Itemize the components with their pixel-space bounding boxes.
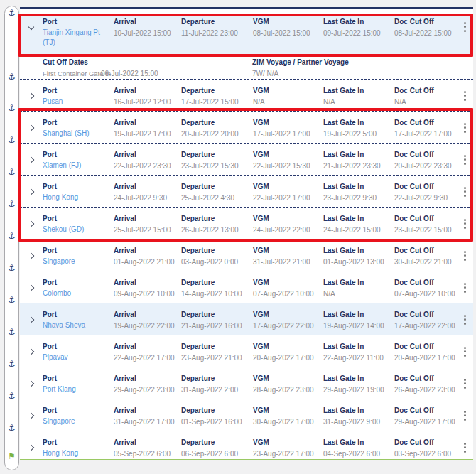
anchor-icon: ⚓	[5, 167, 18, 177]
arrival-value: 29-Aug-2022 23:00	[114, 386, 181, 394]
expand-toggle[interactable]	[20, 215, 43, 239]
chevron-right-icon[interactable]	[28, 381, 34, 387]
port-name-link[interactable]: Hong Kong	[43, 193, 114, 203]
chevron-right-icon[interactable]	[28, 157, 34, 163]
kebab-menu-icon[interactable]	[456, 375, 473, 399]
chevron-right-icon[interactable]	[28, 317, 34, 323]
port-row[interactable]: Port Colombo Arrival 09-Aug-2022 10:00 D…	[20, 271, 473, 303]
chevron-right-icon[interactable]	[28, 125, 34, 131]
port-cell: Port Colombo	[43, 279, 114, 303]
port-column-label: Port	[43, 215, 114, 222]
port-row[interactable]: Port Pusan Arrival 16-Jul-2022 12:00 Dep…	[20, 80, 473, 112]
chevron-right-icon[interactable]	[28, 349, 34, 355]
doc-cut-off-column-label: Doc Cut Off	[394, 375, 456, 382]
arrival-cell: Arrival 25-Jul-2022 15:00	[114, 215, 181, 239]
kebab-menu-icon[interactable]	[456, 311, 473, 335]
doc-cut-off-cell: Doc Cut Off 17-Jul-2022 17:00	[394, 119, 456, 143]
port-name-link[interactable]: Hong Kong	[43, 448, 114, 458]
last-gate-in-column-label: Last Gate In	[323, 87, 394, 95]
port-name-link[interactable]: Shanghai (SH)	[43, 129, 114, 139]
kebab-menu-icon[interactable]	[456, 247, 473, 271]
doc-cut-off-column-label: Doc Cut Off	[394, 247, 456, 254]
kebab-menu-icon[interactable]	[456, 18, 473, 55]
port-row[interactable]: Port Shekou (GD) Arrival 25-Jul-2022 15:…	[20, 208, 473, 239]
expand-toggle[interactable]	[20, 183, 43, 207]
port-cell: Port Port Klang	[43, 375, 114, 399]
voyage-block: ZIM Voyage / Partner Voyage 7W/ N/A	[252, 58, 473, 79]
arrival-cell: Arrival 10-Jul-2022 15:00	[114, 18, 181, 55]
expand-toggle[interactable]	[20, 279, 43, 303]
chevron-right-icon[interactable]	[28, 445, 34, 451]
kebab-menu-icon[interactable]	[456, 438, 473, 459]
port-name-link[interactable]: Xiamen (FJ)	[43, 161, 114, 171]
expand-toggle[interactable]	[20, 438, 43, 459]
port-name-link[interactable]: Nhava Sheva	[43, 321, 114, 330]
expand-toggle[interactable]	[20, 151, 43, 175]
departure-column-label: Departure	[181, 311, 253, 318]
departure-cell: Departure 11-Jul-2022 23:00	[181, 18, 253, 55]
expand-toggle[interactable]	[20, 406, 43, 431]
port-column-label: Port	[43, 119, 114, 126]
last-gate-in-value: 22-Aug-2022 11:00	[323, 354, 394, 362]
chevron-right-icon[interactable]	[28, 253, 34, 259]
port-name-link[interactable]: Pipavav	[43, 352, 114, 362]
expand-toggle[interactable]	[20, 247, 43, 271]
kebab-menu-icon[interactable]	[456, 406, 473, 431]
expand-toggle[interactable]	[20, 119, 43, 143]
port-row[interactable]: Port Tianjin Xingang Pt (TJ) Arrival 10-…	[20, 14, 473, 55]
doc-cut-off-column-label: Doc Cut Off	[394, 183, 456, 190]
anchor-icon: ⚓	[5, 295, 18, 305]
chevron-right-icon[interactable]	[28, 413, 34, 419]
departure-cell: Departure 26-Jul-2022 13:00	[181, 215, 253, 239]
schedule-panel: Port Tianjin Xingang Pt (TJ) Arrival 10-…	[20, 7, 473, 460]
port-name-link[interactable]: Singapore	[43, 257, 114, 266]
vgm-value: 17-Aug-2022 22:00	[253, 322, 323, 330]
arrival-value: 22-Aug-2022 17:00	[114, 354, 181, 362]
port-row[interactable]: Port Singapore Arrival 31-Aug-2022 17:00…	[20, 399, 473, 431]
chevron-right-icon[interactable]	[28, 189, 34, 195]
departure-cell: Departure 14-Aug-2022 10:00	[181, 279, 253, 303]
port-row[interactable]: Port Xiamen (FJ) Arrival 22-Jul-2022 23:…	[20, 144, 473, 176]
vgm-value: 07-Aug-2022 10:00	[253, 290, 323, 298]
last-gate-in-column-label: Last Gate In	[323, 247, 394, 254]
port-row[interactable]: Port Hong Kong Arrival 05-Sep-2022 6:00 …	[20, 431, 473, 460]
vgm-column-label: VGM	[253, 406, 323, 414]
port-name-link[interactable]: Singapore	[43, 416, 114, 426]
port-name-link[interactable]: Colombo	[43, 289, 114, 298]
anchor-icon: ⚓	[5, 263, 18, 273]
expand-toggle[interactable]	[20, 18, 43, 55]
expand-toggle[interactable]	[20, 343, 43, 367]
port-row[interactable]: Port Port Klang Arrival 29-Aug-2022 23:0…	[20, 367, 473, 399]
kebab-menu-icon[interactable]	[456, 151, 473, 175]
chevron-right-icon[interactable]	[28, 221, 34, 227]
port-row[interactable]: Port Shanghai (SH) Arrival 19-Jul-2022 1…	[20, 112, 473, 144]
arrival-cell: Arrival 29-Aug-2022 23:00	[114, 375, 181, 399]
vgm-column-label: VGM	[253, 311, 323, 318]
kebab-menu-icon[interactable]	[456, 119, 473, 143]
port-row[interactable]: Port Nhava Sheva Arrival 19-Aug-2022 22:…	[20, 303, 473, 335]
kebab-menu-icon[interactable]	[456, 215, 473, 239]
port-column-label: Port	[43, 438, 114, 446]
kebab-menu-icon[interactable]	[456, 87, 473, 111]
port-row[interactable]: Port Singapore Arrival 01-Aug-2022 21:00…	[20, 239, 473, 271]
expand-toggle[interactable]	[20, 87, 43, 111]
port-name-link[interactable]: Shekou (GD)	[43, 225, 114, 235]
chevron-right-icon[interactable]	[28, 285, 34, 291]
kebab-menu-icon[interactable]	[456, 279, 473, 303]
port-name-link[interactable]: Pusan	[43, 97, 114, 107]
vgm-cell: VGM N/A	[253, 87, 323, 111]
kebab-menu-icon[interactable]	[456, 183, 473, 207]
port-name-link[interactable]: Tianjin Xingang Pt (TJ)	[43, 28, 114, 48]
doc-cut-off-value: 26-Aug-2022 23:00	[394, 386, 456, 394]
port-row[interactable]: Port Pipavav Arrival 22-Aug-2022 17:00 D…	[20, 335, 473, 367]
port-name-link[interactable]: Port Klang	[43, 384, 114, 394]
chevron-down-icon[interactable]	[28, 24, 34, 30]
expand-toggle[interactable]	[20, 311, 43, 335]
expand-toggle[interactable]	[20, 375, 43, 399]
departure-cell: Departure 03-Aug-2022 0:00	[181, 247, 253, 271]
departure-column-label: Departure	[181, 343, 253, 350]
port-row[interactable]: Port Hong Kong Arrival 24-Jul-2022 9:30 …	[20, 176, 473, 208]
chevron-right-icon[interactable]	[28, 93, 34, 99]
kebab-menu-icon[interactable]	[456, 343, 473, 367]
departure-cell: Departure 06-Sep-2022 6:00	[181, 438, 253, 459]
